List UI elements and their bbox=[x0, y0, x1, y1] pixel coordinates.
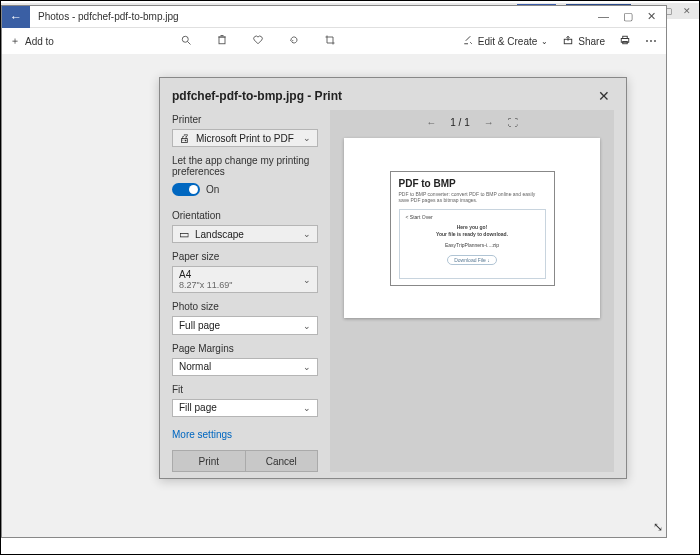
preview-download-btn: Download File ↓ bbox=[447, 255, 497, 265]
fit-label: Fit bbox=[172, 384, 318, 395]
paper-size-select[interactable]: A4 8.27"x 11.69" ⌄ bbox=[172, 266, 318, 293]
preview-start-over: < Start Over bbox=[406, 214, 433, 220]
dialog-title: pdfchef-pdf-to-bmp.jpg - Print bbox=[172, 89, 342, 103]
zoom-icon[interactable] bbox=[180, 34, 192, 49]
close-window-button[interactable]: ✕ bbox=[647, 10, 656, 23]
close-icon[interactable]: ✕ bbox=[594, 88, 614, 104]
svg-rect-15 bbox=[623, 36, 628, 38]
prefs-toggle[interactable] bbox=[172, 183, 200, 196]
more-button[interactable]: ⋯ bbox=[645, 34, 658, 48]
edit-icon bbox=[462, 34, 474, 48]
margins-select[interactable]: Normal ⌄ bbox=[172, 358, 318, 376]
delete-icon[interactable] bbox=[216, 34, 228, 49]
favorite-icon[interactable] bbox=[252, 34, 264, 49]
fit-select[interactable]: Fill page ⌄ bbox=[172, 399, 318, 417]
cancel-button[interactable]: Cancel bbox=[246, 450, 319, 472]
app-toolbar: ＋ Add to Edit & Create ⌄ Share ⋯ bbox=[2, 28, 666, 54]
crop-icon[interactable] bbox=[324, 34, 336, 49]
chevron-down-icon: ⌄ bbox=[303, 403, 311, 413]
add-to-label: Add to bbox=[25, 36, 54, 47]
printer-icon: 🖨 bbox=[179, 132, 190, 144]
margins-label: Page Margins bbox=[172, 343, 318, 354]
print-settings-pane: Printer 🖨 Microsoft Print to PDF ⌄ Let t… bbox=[172, 110, 318, 472]
window-title: Photos - pdfchef-pdf-to-bmp.jpg bbox=[30, 11, 588, 22]
chevron-down-icon: ⌄ bbox=[303, 275, 311, 285]
chevron-down-icon: ⌄ bbox=[303, 133, 311, 143]
share-button[interactable]: Share bbox=[562, 34, 605, 48]
preview-subtext: PDF to BMP converter: convert PDF to BMP… bbox=[399, 191, 546, 203]
svg-line-9 bbox=[466, 36, 471, 41]
photo-size-select[interactable]: Full page ⌄ bbox=[172, 316, 318, 334]
orientation-select[interactable]: ▭ Landscape ⌄ bbox=[172, 225, 318, 243]
svg-rect-2 bbox=[219, 37, 225, 44]
window-controls: — ▢ ✕ bbox=[588, 10, 666, 23]
photo-size-label: Photo size bbox=[172, 301, 318, 312]
printer-select[interactable]: 🖨 Microsoft Print to PDF ⌄ bbox=[172, 129, 318, 147]
back-button[interactable]: ← bbox=[2, 6, 30, 28]
svg-line-1 bbox=[187, 41, 190, 44]
minimize-button[interactable]: — bbox=[598, 10, 609, 23]
prev-page-button[interactable]: ← bbox=[426, 117, 436, 128]
next-page-button[interactable]: → bbox=[484, 117, 494, 128]
edit-create-button[interactable]: Edit & Create ⌄ bbox=[462, 34, 548, 48]
add-to-button[interactable]: ＋ Add to bbox=[10, 34, 54, 48]
prefs-label: Let the app change my printing preferenc… bbox=[172, 155, 318, 177]
more-settings-link[interactable]: More settings bbox=[172, 429, 318, 440]
toggle-state: On bbox=[206, 184, 219, 195]
orientation-label: Orientation bbox=[172, 210, 318, 221]
preview-page: PDF to BMP PDF to BMP converter: convert… bbox=[344, 138, 600, 318]
app-titlebar: ← Photos - pdfchef-pdf-to-bmp.jpg — ▢ ✕ bbox=[2, 6, 666, 28]
page-navigator: ← 1 / 1 → ⛶ bbox=[330, 110, 614, 134]
chevron-down-icon: ⌄ bbox=[303, 362, 311, 372]
print-preview-pane: ← 1 / 1 → ⛶ PDF to BMP PDF to BMP conver… bbox=[330, 110, 614, 472]
fit-page-icon[interactable]: ⛶ bbox=[508, 117, 518, 128]
svg-line-11 bbox=[470, 42, 472, 44]
share-icon bbox=[562, 34, 574, 48]
print-icon[interactable] bbox=[619, 34, 631, 48]
plus-icon: ＋ bbox=[10, 34, 20, 48]
paper-size-label: Paper size bbox=[172, 251, 318, 262]
chevron-down-icon: ⌄ bbox=[303, 229, 311, 239]
chevron-down-icon: ⌄ bbox=[541, 37, 548, 46]
landscape-icon: ▭ bbox=[179, 228, 189, 241]
maximize-button[interactable]: ▢ bbox=[623, 10, 633, 23]
rotate-icon[interactable] bbox=[288, 34, 300, 49]
svg-point-0 bbox=[182, 36, 188, 42]
chevron-down-icon: ⌄ bbox=[303, 321, 311, 331]
print-dialog: pdfchef-pdf-to-bmp.jpg - Print ✕ Printer… bbox=[159, 77, 627, 479]
preview-heading: PDF to BMP bbox=[399, 178, 546, 189]
print-button[interactable]: Print bbox=[172, 450, 246, 472]
resize-grip-icon[interactable]: ⤡ bbox=[653, 520, 663, 534]
printer-label: Printer bbox=[172, 114, 318, 125]
